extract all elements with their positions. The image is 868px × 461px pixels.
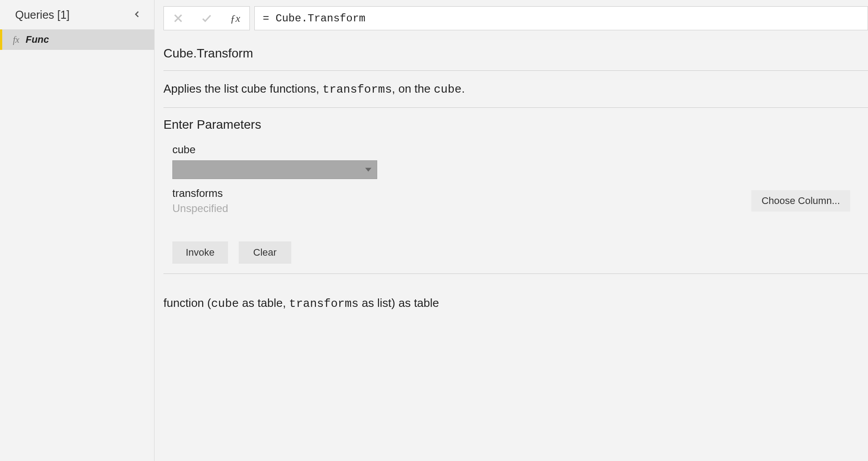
app-root: Queries [1] fx Func ƒx — [0, 0, 868, 461]
cancel-formula-button[interactable] — [164, 7, 192, 30]
function-description-section: Applies the list cube functions, transfo… — [163, 71, 868, 108]
queries-sidebar: Queries [1] fx Func — [0, 0, 155, 461]
fx-button[interactable]: ƒx — [221, 7, 249, 30]
fx-icon: ƒx — [230, 12, 240, 24]
desc-param: transforms — [322, 83, 392, 96]
invoke-button[interactable]: Invoke — [172, 241, 228, 264]
action-buttons-row: Invoke Clear — [163, 241, 868, 264]
sig-text: as list) as table — [359, 296, 439, 310]
param-transforms-value: Unspecified — [172, 202, 228, 215]
desc-text: Applies the list cube functions, — [163, 82, 322, 95]
sig-param: transforms — [289, 297, 359, 310]
close-icon — [172, 12, 184, 24]
function-description: Applies the list cube functions, transfo… — [163, 81, 868, 98]
main-area: ƒx = Cube.Transform Cube.Transform Appli… — [155, 0, 868, 461]
param-cube-dropdown[interactable] — [172, 160, 377, 179]
parameters-section: Enter Parameters cube transforms Unspeci… — [163, 108, 868, 274]
sig-text: as table, — [239, 296, 289, 310]
function-title: Cube.Transform — [163, 46, 868, 61]
param-cube: cube — [163, 143, 868, 179]
formula-bar-buttons: ƒx — [163, 6, 250, 30]
content-area: Cube.Transform Applies the list cube fun… — [155, 37, 868, 461]
chevron-left-icon — [133, 10, 142, 19]
query-item-func[interactable]: fx Func — [0, 29, 154, 50]
check-icon — [201, 12, 212, 24]
formula-bar-row: ƒx = Cube.Transform — [155, 0, 868, 37]
sig-param: cube — [211, 297, 239, 310]
function-title-section: Cube.Transform — [163, 37, 868, 71]
signature-section: function (cube as table, transforms as l… — [163, 274, 868, 338]
formula-input[interactable]: = Cube.Transform — [254, 6, 868, 30]
choose-column-button[interactable]: Choose Column... — [751, 190, 850, 212]
svg-marker-2 — [365, 168, 371, 171]
fx-icon: fx — [13, 35, 19, 45]
param-transforms-label: transforms — [172, 187, 228, 200]
param-cube-label: cube — [172, 143, 868, 156]
chevron-down-icon — [365, 167, 371, 172]
confirm-formula-button[interactable] — [192, 7, 221, 30]
desc-text: , on the — [392, 82, 434, 95]
clear-button[interactable]: Clear — [239, 241, 291, 264]
sidebar-header: Queries [1] — [0, 0, 154, 29]
param-transforms-row: transforms Unspecified Choose Column... — [163, 187, 868, 215]
parameters-heading: Enter Parameters — [163, 118, 868, 132]
sidebar-title: Queries [1] — [15, 8, 69, 21]
collapse-sidebar-button[interactable] — [129, 7, 145, 22]
query-item-label: Func — [25, 34, 49, 45]
desc-param: cube — [434, 83, 461, 96]
desc-text: . — [461, 82, 465, 95]
function-signature: function (cube as table, transforms as l… — [163, 284, 868, 328]
sig-text: function ( — [163, 296, 211, 310]
param-transforms: transforms Unspecified — [172, 187, 228, 215]
